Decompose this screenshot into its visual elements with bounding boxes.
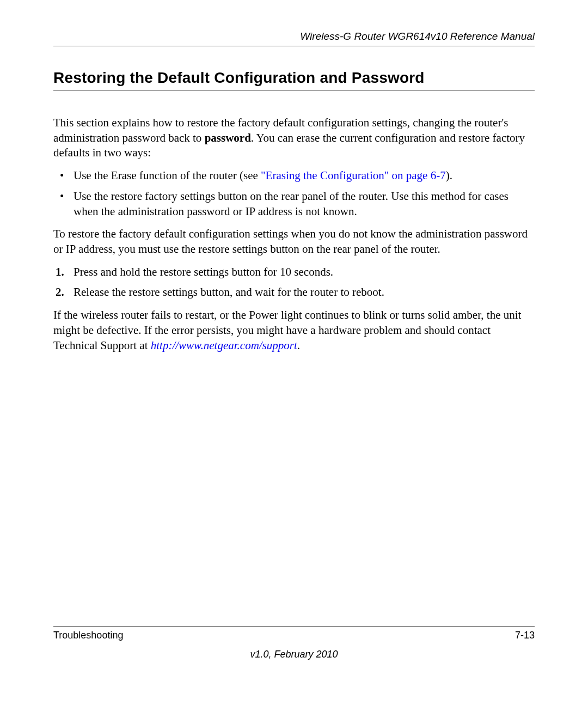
bullet-text: Use the restore factory settings button … — [74, 190, 509, 218]
bullet-post: ). — [446, 169, 452, 182]
document-page: Wireless-G Router WGR614v10 Reference Ma… — [0, 0, 588, 706]
list-item: Use the Erase function of the router (se… — [53, 168, 535, 184]
section-heading: Restoring the Default Configuration and … — [53, 69, 535, 90]
steps-list: Press and hold the restore settings butt… — [53, 265, 535, 300]
intro-paragraph: This section explains how to restore the… — [53, 115, 535, 161]
bullet-pre: Use the Erase function of the router (se… — [74, 169, 261, 182]
footer-left: Troubleshooting — [53, 630, 123, 641]
page-footer: Troubleshooting 7-13 v1.0, February 2010 — [53, 626, 535, 706]
page-header: Wireless-G Router WGR614v10 Reference Ma… — [53, 31, 535, 46]
step-text: Press and hold the restore settings butt… — [74, 265, 333, 278]
step-text: Release the restore settings button, and… — [74, 285, 384, 299]
mid-paragraph: To restore the factory default configura… — [53, 227, 535, 257]
list-item: Use the restore factory settings button … — [53, 189, 535, 219]
header-title: Wireless-G Router WGR614v10 Reference Ma… — [300, 31, 535, 42]
footer-center: v1.0, February 2010 — [53, 649, 535, 660]
closing-part2: . — [297, 339, 300, 352]
content-area: Restoring the Default Configuration and … — [53, 69, 535, 626]
bullet-list: Use the Erase function of the router (se… — [53, 168, 535, 219]
footer-right: 7-13 — [515, 630, 535, 641]
closing-paragraph: If the wireless router fails to restart,… — [53, 308, 535, 353]
footer-line: Troubleshooting 7-13 — [53, 626, 535, 641]
crossref-link[interactable]: "Erasing the Configuration" on page 6-7 — [261, 169, 446, 182]
list-item: Press and hold the restore settings butt… — [53, 265, 535, 280]
intro-bold: password — [205, 131, 251, 144]
support-link[interactable]: http://www.netgear.com/support — [151, 339, 297, 352]
list-item: Release the restore settings button, and… — [53, 285, 535, 300]
